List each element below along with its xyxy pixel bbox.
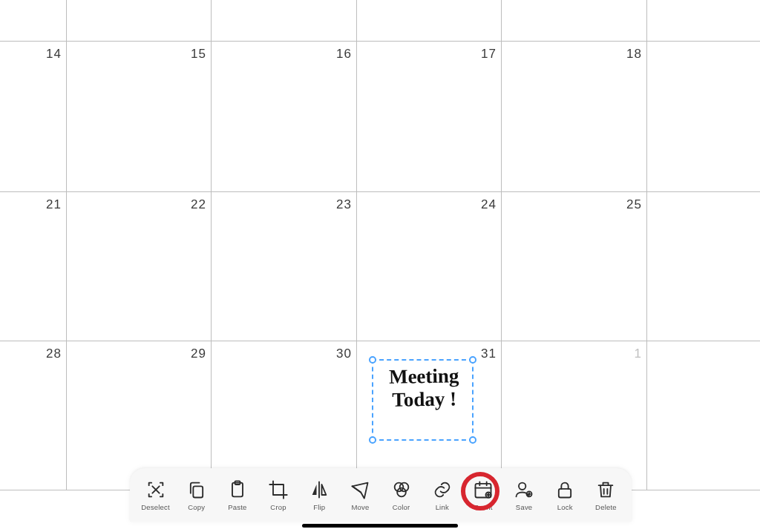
color-label: Color bbox=[393, 503, 410, 511]
delete-label: Delete bbox=[595, 503, 617, 511]
color-button[interactable]: Color bbox=[384, 474, 418, 516]
save-label: Save bbox=[516, 503, 532, 511]
grid-line bbox=[66, 0, 67, 490]
svg-rect-0 bbox=[193, 486, 203, 497]
grid-line bbox=[211, 0, 212, 490]
delete-icon bbox=[595, 479, 616, 500]
date-cell-next-month[interactable]: 1 bbox=[620, 347, 642, 361]
grid-line bbox=[356, 0, 357, 490]
crop-icon bbox=[268, 479, 289, 500]
svg-point-4 bbox=[399, 482, 408, 491]
resize-handle-top-right[interactable] bbox=[469, 356, 476, 364]
svg-point-8 bbox=[519, 482, 525, 489]
link-button[interactable]: Link bbox=[425, 474, 459, 516]
selection-toolbar: Deselect Copy Paste Crop Flip bbox=[130, 468, 632, 522]
date-cell[interactable]: 18 bbox=[620, 47, 642, 62]
move-label: Move bbox=[351, 503, 369, 511]
move-icon bbox=[350, 479, 370, 500]
svg-rect-10 bbox=[559, 488, 571, 497]
deselect-icon bbox=[145, 479, 166, 500]
event-button[interactable]: Event bbox=[466, 474, 499, 516]
copy-icon bbox=[186, 479, 207, 500]
paste-label: Paste bbox=[228, 503, 246, 511]
link-icon bbox=[432, 479, 453, 500]
paste-icon bbox=[227, 479, 248, 500]
date-cell[interactable]: 21 bbox=[39, 197, 62, 212]
deselect-label: Deselect bbox=[141, 503, 170, 511]
flip-label: Flip bbox=[313, 503, 325, 511]
save-button[interactable]: Save bbox=[508, 474, 541, 516]
deselect-button[interactable]: Deselect bbox=[139, 474, 172, 516]
calendar-app: 14 15 16 17 18 21 22 23 24 25 28 29 30 3… bbox=[0, 0, 760, 532]
delete-button[interactable]: Delete bbox=[589, 474, 623, 516]
date-cell[interactable]: 23 bbox=[330, 197, 352, 212]
link-label: Link bbox=[436, 503, 449, 511]
date-cell[interactable]: 17 bbox=[474, 47, 497, 62]
crop-label: Crop bbox=[270, 503, 286, 511]
resize-handle-bottom-right[interactable] bbox=[469, 436, 476, 444]
move-button[interactable]: Move bbox=[344, 474, 377, 516]
color-icon bbox=[391, 479, 412, 500]
svg-point-5 bbox=[397, 487, 406, 496]
date-cell[interactable]: 28 bbox=[39, 347, 62, 361]
paste-button[interactable]: Paste bbox=[220, 474, 254, 516]
lock-icon bbox=[554, 479, 575, 500]
date-cell[interactable]: 30 bbox=[330, 347, 352, 361]
flip-button[interactable]: Flip bbox=[303, 474, 336, 516]
date-cell[interactable]: 29 bbox=[184, 347, 206, 361]
event-label: Event bbox=[474, 503, 492, 511]
copy-label: Copy bbox=[188, 503, 205, 511]
date-cell[interactable]: 24 bbox=[474, 197, 497, 212]
resize-handle-bottom-left[interactable] bbox=[369, 436, 376, 444]
date-cell[interactable]: 31 bbox=[474, 347, 497, 361]
flip-icon bbox=[309, 479, 330, 500]
resize-handle-top-left[interactable] bbox=[369, 356, 376, 364]
event-icon bbox=[473, 479, 494, 500]
date-cell[interactable]: 25 bbox=[620, 197, 642, 212]
date-cell[interactable]: 15 bbox=[184, 47, 206, 62]
grid-line bbox=[646, 0, 647, 490]
date-cell[interactable]: 14 bbox=[39, 47, 62, 62]
crop-button[interactable]: Crop bbox=[261, 474, 295, 516]
selection-box[interactable] bbox=[372, 359, 474, 441]
date-cell[interactable]: 22 bbox=[184, 197, 206, 212]
grid-line bbox=[501, 0, 502, 490]
lock-label: Lock bbox=[557, 503, 573, 511]
lock-button[interactable]: Lock bbox=[548, 474, 582, 516]
home-indicator[interactable] bbox=[302, 524, 458, 528]
save-icon bbox=[514, 479, 534, 500]
copy-button[interactable]: Copy bbox=[180, 474, 213, 516]
date-cell[interactable]: 16 bbox=[330, 47, 352, 62]
